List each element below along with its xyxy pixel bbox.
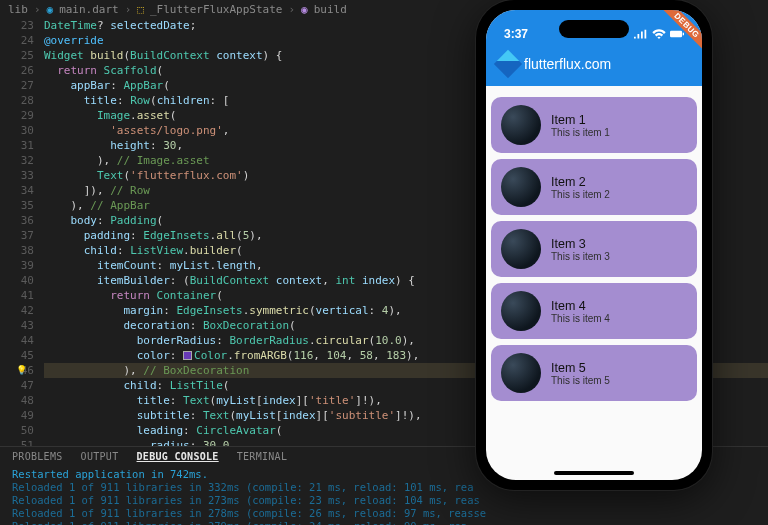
home-indicator bbox=[554, 471, 634, 475]
svg-rect-1 bbox=[683, 33, 684, 36]
breadcrumb-method[interactable]: build bbox=[314, 3, 347, 16]
signal-icon bbox=[634, 29, 648, 39]
line-number: 29 bbox=[0, 108, 34, 123]
status-time: 3:37 bbox=[504, 27, 528, 41]
list-item[interactable]: Item 4This is item 4 bbox=[491, 283, 697, 339]
line-number: 23 bbox=[0, 18, 34, 33]
line-number: 45 bbox=[0, 348, 34, 363]
console-line: Reloaded 1 of 911 libraries in 279ms (co… bbox=[12, 520, 756, 525]
list-item-title: Item 4 bbox=[551, 299, 610, 313]
phone-listview[interactable]: Item 1This is item 1Item 2This is item 2… bbox=[486, 86, 702, 412]
app-bar-title: flutterflux.com bbox=[486, 44, 702, 74]
line-number: 25 bbox=[0, 48, 34, 63]
console-line: Reloaded 1 of 911 libraries in 273ms (co… bbox=[12, 494, 756, 507]
chevron-right-icon: › bbox=[125, 3, 132, 16]
list-item-subtitle: This is item 2 bbox=[551, 189, 610, 200]
breadcrumb-file[interactable]: main.dart bbox=[59, 3, 119, 16]
line-number-gutter: 2324252627282930313233343536373839404142… bbox=[0, 18, 44, 446]
breadcrumb-class[interactable]: _FlutterFluxAppState bbox=[150, 3, 282, 16]
avatar bbox=[501, 291, 541, 331]
line-number: 31 bbox=[0, 138, 34, 153]
line-number: 33 bbox=[0, 168, 34, 183]
dart-file-icon: ◉ bbox=[47, 3, 54, 16]
list-item-title: Item 5 bbox=[551, 361, 610, 375]
line-number: 43 bbox=[0, 318, 34, 333]
line-number: 47 bbox=[0, 378, 34, 393]
line-number: 24 bbox=[0, 33, 34, 48]
avatar bbox=[501, 229, 541, 269]
ios-simulator: DEBUG 3:37 flutterflux.com Item 1This is… bbox=[476, 0, 712, 490]
svg-rect-0 bbox=[670, 31, 682, 37]
line-number: 40 bbox=[0, 273, 34, 288]
list-item-subtitle: This is item 4 bbox=[551, 313, 610, 324]
dynamic-island bbox=[559, 20, 629, 38]
line-number: 42 bbox=[0, 303, 34, 318]
chevron-right-icon: › bbox=[288, 3, 295, 16]
tab-output[interactable]: OUTPUT bbox=[81, 451, 119, 462]
app-title-text: flutterflux.com bbox=[524, 56, 611, 72]
avatar bbox=[501, 167, 541, 207]
tab-debug-console[interactable]: DEBUG CONSOLE bbox=[137, 451, 219, 462]
list-item-title: Item 3 bbox=[551, 237, 610, 251]
line-number: 51 bbox=[0, 438, 34, 446]
list-item-subtitle: This is item 5 bbox=[551, 375, 610, 386]
class-icon: ⬚ bbox=[137, 3, 144, 16]
line-number: 49 bbox=[0, 408, 34, 423]
tab-terminal[interactable]: TERMINAL bbox=[237, 451, 288, 462]
line-number: 35 bbox=[0, 198, 34, 213]
line-number: 32 bbox=[0, 153, 34, 168]
line-number: 37 bbox=[0, 228, 34, 243]
list-item[interactable]: Item 3This is item 3 bbox=[491, 221, 697, 277]
line-number: 39 bbox=[0, 258, 34, 273]
line-number: 28 bbox=[0, 93, 34, 108]
lightbulb-icon[interactable]: 💡 bbox=[16, 363, 27, 378]
console-line: Reloaded 1 of 911 libraries in 278ms (co… bbox=[12, 507, 756, 520]
line-number: 27 bbox=[0, 78, 34, 93]
avatar bbox=[501, 105, 541, 145]
chevron-right-icon: › bbox=[34, 3, 41, 16]
flutter-logo-icon bbox=[494, 50, 522, 78]
list-item[interactable]: Item 2This is item 2 bbox=[491, 159, 697, 215]
wifi-icon bbox=[652, 29, 666, 39]
line-number: 48 bbox=[0, 393, 34, 408]
breadcrumb-folder[interactable]: lib bbox=[8, 3, 28, 16]
list-item-title: Item 1 bbox=[551, 113, 610, 127]
line-number: 41 bbox=[0, 288, 34, 303]
line-number: 50 bbox=[0, 423, 34, 438]
list-item-title: Item 2 bbox=[551, 175, 610, 189]
list-item[interactable]: Item 1This is item 1 bbox=[491, 97, 697, 153]
line-number: 26 bbox=[0, 63, 34, 78]
simulator-screen[interactable]: DEBUG 3:37 flutterflux.com Item 1This is… bbox=[486, 10, 702, 480]
line-number: 34 bbox=[0, 183, 34, 198]
line-number: 38 bbox=[0, 243, 34, 258]
list-item-subtitle: This is item 3 bbox=[551, 251, 610, 262]
tab-problems[interactable]: PROBLEMS bbox=[12, 451, 63, 462]
list-item[interactable]: Item 5This is item 5 bbox=[491, 345, 697, 401]
line-number: 44 bbox=[0, 333, 34, 348]
method-icon: ◉ bbox=[301, 3, 308, 16]
avatar bbox=[501, 353, 541, 393]
line-number: 30 bbox=[0, 123, 34, 138]
line-number: 36 bbox=[0, 213, 34, 228]
battery-icon bbox=[670, 29, 684, 39]
list-item-subtitle: This is item 1 bbox=[551, 127, 610, 138]
